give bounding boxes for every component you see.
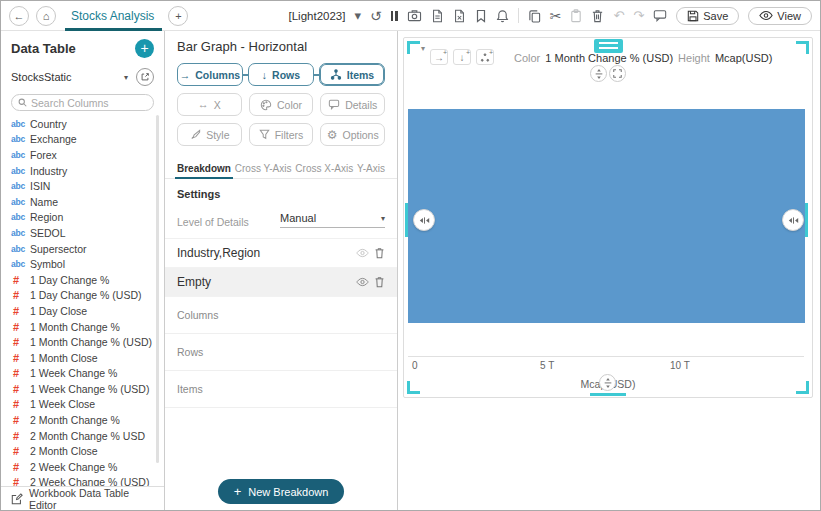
items-shelf-button[interactable]: Items xyxy=(319,63,385,86)
rows-shelf-button[interactable]: ↓ Rows xyxy=(248,63,314,86)
column-item[interactable]: abc Exchange xyxy=(11,132,164,148)
column-item[interactable]: abc Country xyxy=(11,116,164,132)
breakdown-item-empty[interactable]: Empty xyxy=(165,268,397,297)
tab-breakdown[interactable]: Breakdown xyxy=(177,158,231,178)
column-item[interactable]: # 1 Day Change % (USD) xyxy=(11,288,164,304)
bookmark-icon[interactable] xyxy=(475,9,487,23)
expand-fullscreen-button[interactable] xyxy=(609,65,626,82)
column-item[interactable]: # 1 Day Close xyxy=(11,303,164,319)
group-columns[interactable]: Columns xyxy=(165,297,397,334)
level-of-details-dropdown[interactable]: Manual ▾ xyxy=(280,212,385,228)
axis-drag-bar[interactable] xyxy=(590,393,626,396)
tab-cross-y-axis[interactable]: Cross Y-Axis xyxy=(235,158,292,178)
column-item[interactable]: # 1 Month Close xyxy=(11,350,164,366)
delete-trash-icon[interactable] xyxy=(591,9,604,23)
right-resize-handle[interactable] xyxy=(782,209,804,231)
comment-icon[interactable] xyxy=(653,9,667,22)
visibility-eye-icon[interactable] xyxy=(356,248,369,258)
column-item[interactable]: # 2 Month Change % xyxy=(11,412,164,428)
export-excel-icon[interactable] xyxy=(453,9,466,23)
data-table-name[interactable]: StocksStatic xyxy=(11,71,124,83)
pause-icon[interactable] xyxy=(391,11,398,21)
column-item[interactable]: # 1 Month Change % (USD) xyxy=(11,334,164,350)
height-field-value[interactable]: Mcap(USD) xyxy=(715,52,772,64)
drag-handle[interactable] xyxy=(594,39,623,53)
column-label: 1 Day Close xyxy=(30,305,87,317)
x-axis-button[interactable]: ↔ X xyxy=(177,93,242,116)
left-resize-handle[interactable] xyxy=(413,209,435,231)
search-input[interactable] xyxy=(31,97,147,109)
back-button[interactable]: ← xyxy=(9,6,29,26)
plus-icon: + xyxy=(175,10,181,22)
color-field-value[interactable]: 1 Month Change % (USD) xyxy=(545,52,673,64)
axis-fit-button[interactable] xyxy=(599,374,616,391)
column-item[interactable]: abc ISIN xyxy=(11,178,164,194)
delete-breakdown-icon[interactable] xyxy=(374,276,385,288)
new-breakdown-button[interactable]: + New Breakdown xyxy=(218,479,345,504)
save-button[interactable]: Save xyxy=(676,7,739,25)
details-button[interactable]: Details xyxy=(320,93,385,116)
column-item[interactable]: # 1 Month Change % xyxy=(11,319,164,335)
column-item[interactable]: abc SEDOL xyxy=(11,225,164,241)
column-item[interactable]: abc Name xyxy=(11,194,164,210)
group-items[interactable]: Items xyxy=(165,371,397,408)
column-item[interactable]: # 1 Week Close xyxy=(11,397,164,413)
column-item[interactable]: abc Region xyxy=(11,210,164,226)
tab-label: Stocks Analysis xyxy=(71,9,154,23)
add-tab-button[interactable]: + xyxy=(168,6,188,26)
visibility-eye-icon[interactable] xyxy=(356,277,369,287)
column-item[interactable]: # 1 Week Change % (USD) xyxy=(11,381,164,397)
column-item[interactable]: abc Industry xyxy=(11,163,164,179)
search-columns-box[interactable] xyxy=(11,94,154,111)
arrow-down-icon: ↓ xyxy=(262,69,267,81)
home-button[interactable]: ⌂ xyxy=(36,6,56,26)
column-item[interactable]: abc Forex xyxy=(11,147,164,163)
text-type-icon: abc xyxy=(11,212,30,222)
column-item[interactable]: # 2 Week Change % (USD) xyxy=(11,475,164,486)
column-item[interactable]: # 2 Week Change % xyxy=(11,459,164,475)
undo-icon[interactable]: ↶ xyxy=(613,9,624,22)
columns-shelf-button[interactable]: → Columns xyxy=(177,63,243,86)
group-rows[interactable]: Rows xyxy=(165,334,397,371)
view-button[interactable]: View xyxy=(748,7,812,25)
home-icon: ⌂ xyxy=(43,10,50,22)
column-item[interactable]: # 1 Week Change % xyxy=(11,366,164,382)
settings-heading: Settings xyxy=(165,179,397,200)
options-button[interactable]: ⚙ Options xyxy=(320,123,385,146)
card-menu-caret-icon[interactable]: ▾ xyxy=(421,44,425,53)
bar-mcap-total[interactable] xyxy=(408,109,805,323)
cut-scissors-icon[interactable]: ✂ xyxy=(550,9,562,23)
style-button[interactable]: Style xyxy=(177,123,242,146)
paste-icon[interactable] xyxy=(570,9,582,23)
theme-dropdown-caret-icon[interactable]: ▾ xyxy=(354,9,361,22)
export-pdf-icon[interactable] xyxy=(431,9,444,23)
filters-button[interactable]: Filters xyxy=(249,123,314,146)
open-table-button[interactable] xyxy=(136,68,154,86)
workbook-data-table-editor-link[interactable]: Workbook Data Table Editor xyxy=(1,486,164,510)
add-items-button[interactable]: + xyxy=(476,49,494,65)
column-item[interactable]: abc Supersector xyxy=(11,241,164,257)
add-data-table-button[interactable]: + xyxy=(135,39,154,58)
fit-vertical-button[interactable] xyxy=(590,65,607,82)
notifications-bell-icon[interactable] xyxy=(496,9,509,23)
x-tick-10t: 10 T xyxy=(670,360,690,371)
sidebar-scrollbar[interactable] xyxy=(156,115,159,463)
refresh-icon[interactable]: ↺ xyxy=(370,9,382,23)
bar-graph-card[interactable]: ▾ →+ ↓+ + Color 1 Month Change % (USD) H… xyxy=(403,37,813,398)
column-item[interactable]: # 2 Month Close xyxy=(11,443,164,459)
add-rows-axis-button[interactable]: ↓+ xyxy=(453,49,471,65)
redo-icon[interactable]: ↷ xyxy=(633,9,644,22)
column-item[interactable]: abc Symbol xyxy=(11,256,164,272)
column-item[interactable]: # 1 Day Change % xyxy=(11,272,164,288)
breakdown-item-industry-region[interactable]: Industry,Region xyxy=(165,239,397,268)
table-dropdown-caret-icon[interactable]: ▾ xyxy=(124,73,128,82)
tab-stocks-analysis[interactable]: Stocks Analysis xyxy=(63,1,164,31)
snapshot-camera-icon[interactable] xyxy=(407,9,422,22)
color-button[interactable]: Color xyxy=(249,93,314,116)
tab-y-axis[interactable]: Y-Axis xyxy=(357,158,385,178)
delete-breakdown-icon[interactable] xyxy=(374,247,385,259)
tab-cross-x-axis[interactable]: Cross X-Axis xyxy=(295,158,353,178)
add-columns-axis-button[interactable]: →+ xyxy=(430,49,448,65)
copy-icon[interactable] xyxy=(528,9,541,23)
column-item[interactable]: # 2 Month Change % USD xyxy=(11,428,164,444)
